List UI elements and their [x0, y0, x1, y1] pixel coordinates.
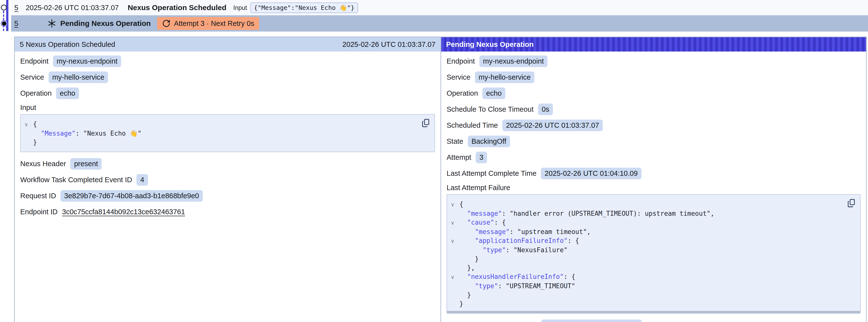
field-nexus-header: Nexus Header present — [20, 158, 435, 170]
code-line: ∨{ — [25, 120, 417, 129]
field-value-badge: present — [70, 158, 102, 170]
code-line: ∨ "applicationFailureInfo": { — [451, 236, 843, 246]
event-row-pending[interactable]: 5 Pending Nexus Operation Attempt 3 · Ne… — [11, 15, 868, 32]
code-line: ∨ "nexusHandlerFailureInfo": { — [451, 272, 843, 282]
input-section-label: Input — [20, 103, 435, 112]
retry-badge-label: Attempt 3 · Next Retry 0s — [174, 20, 254, 28]
collapse-chevron-icon[interactable]: ∨ — [451, 273, 459, 282]
scheduled-panel-header: 5 Nexus Operation Scheduled 2025-02-26 U… — [15, 37, 440, 52]
field-label: Endpoint ID — [20, 208, 58, 216]
pending-title: Pending Nexus Operation — [60, 19, 151, 28]
failure-section-label: Last Attempt Failure — [446, 184, 861, 192]
pending-asterisk-icon — [48, 19, 56, 28]
field-value-badge: my-nexus-endpoint — [479, 56, 548, 67]
field-value-badge: 4 — [136, 174, 148, 186]
panel-pending-nexus-operation: Pending Nexus Operation Endpoint my-nexu… — [440, 37, 866, 322]
copy-icon — [421, 118, 431, 128]
field-label: Operation — [446, 89, 478, 97]
event-timestamp: 2025-02-26 UTC 01:03:37.07 — [26, 4, 119, 12]
pending-panel-title: Pending Nexus Operation — [446, 40, 534, 49]
copy-button[interactable] — [421, 118, 431, 128]
field-value-badge: 2025-02-26 UTC 01:04:10.09 — [541, 168, 641, 179]
code-line: ∨ "cause": { — [451, 218, 843, 227]
scheduled-panel-timestamp: 2025-02-26 UTC 01:03:37.07 — [342, 40, 435, 49]
timeline-filled-circle-icon[interactable] — [0, 20, 8, 27]
field-endpoint: Endpoint my-nexus-endpoint — [446, 56, 861, 67]
code-line: "type": "NexusFailure" — [451, 246, 843, 254]
field-value-badge: 3 — [476, 152, 487, 163]
code-line: "message": "handler error (UPSTREAM_TIME… — [451, 209, 843, 218]
event-detail-panels: 5 Nexus Operation Scheduled 2025-02-26 U… — [14, 36, 867, 322]
field-label: Endpoint — [446, 57, 475, 65]
code-line: ∨{ — [451, 200, 843, 209]
field-request-id: Request ID 3e829b7e-7d67-4b08-aad3-b1e86… — [20, 190, 435, 202]
event-timeline — [0, 0, 11, 32]
field-label: Attempt — [446, 153, 471, 161]
pending-id-link[interactable]: 5 — [14, 20, 18, 28]
event-input-label: Input — [234, 4, 247, 11]
field-label: Scheduled Time — [446, 121, 498, 129]
collapse-chevron-icon[interactable]: ∨ — [451, 200, 459, 209]
field-value-badge: echo — [56, 88, 79, 99]
field-scheduled-time: Scheduled Time 2025-02-26 UTC 01:03:37.0… — [446, 120, 861, 131]
pending-panel-header: Pending Nexus Operation — [441, 37, 866, 52]
field-value-badge: 0s — [538, 103, 553, 115]
code-line: } — [451, 290, 843, 299]
field-label: Service — [20, 73, 44, 82]
field-operation: Operation echo — [20, 88, 435, 99]
collapse-chevron-icon[interactable]: ∨ — [451, 237, 459, 246]
event-row-scheduled[interactable]: 5 2025-02-26 UTC 01:03:37.07 Nexus Opera… — [11, 0, 868, 15]
field-label: Schedule To Close Timeout — [446, 105, 534, 114]
field-value-badge: echo — [483, 88, 505, 99]
code-line: } — [451, 254, 843, 263]
copy-icon — [847, 198, 856, 208]
collapse-chevron-icon[interactable]: ∨ — [25, 120, 33, 129]
field-value-badge: 2025-02-26 UTC 01:03:37.07 — [502, 120, 603, 131]
field-endpoint: Endpoint my-nexus-endpoint — [20, 56, 435, 67]
input-json-block: ∨{ "Message": "Nexus Echo 👋"} — [20, 114, 435, 152]
field-endpoint-id: Endpoint ID 3c0c75ccfa8144b092c13ce63246… — [20, 206, 435, 218]
failure-json-block: ∨{ "message": "handler error (UPSTREAM_T… — [446, 194, 861, 314]
field-label: Nexus Header — [20, 160, 66, 168]
code-line: } — [25, 138, 417, 147]
code-line: "Message": "Nexus Echo 👋" — [25, 129, 417, 138]
event-title: Nexus Operation Scheduled — [128, 3, 226, 12]
field-value-badge: my-hello-service — [49, 71, 108, 83]
field-next-attempt-schedule-time: Next Attempt Schedule Time 2025-02-26 UT… — [446, 320, 861, 322]
field-value-badge: my-hello-service — [475, 71, 534, 83]
field-service: Service my-hello-service — [446, 71, 861, 83]
endpoint-id-link[interactable]: 3c0c75ccfa8144b092c13ce632463761 — [62, 208, 185, 216]
field-label: Workflow Task Completed Event ID — [20, 176, 132, 184]
field-label: Last Attempt Complete Time — [446, 169, 536, 178]
field-label: Operation — [20, 89, 52, 97]
field-operation: Operation echo — [446, 88, 861, 99]
field-value-badge: my-nexus-endpoint — [53, 56, 121, 67]
field-schedule-to-close-timeout: Schedule To Close Timeout 0s — [446, 103, 861, 115]
code-line: "message": "upstream timeout", — [451, 227, 843, 236]
field-attempt: Attempt 3 — [446, 152, 861, 163]
code-line: "type": "UPSTREAM_TIMEOUT" — [451, 282, 843, 290]
panel-nexus-operation-scheduled: 5 Nexus Operation Scheduled 2025-02-26 U… — [15, 37, 440, 322]
field-label: Endpoint — [20, 57, 49, 65]
field-label: State — [446, 137, 463, 146]
field-workflow-task-completed-event-id: Workflow Task Completed Event ID 4 — [20, 174, 435, 186]
field-state: State BackingOff — [446, 136, 861, 147]
field-last-attempt-complete-time: Last Attempt Complete Time 2025-02-26 UT… — [446, 168, 861, 179]
retry-icon — [162, 19, 170, 28]
event-id-link[interactable]: 5 — [14, 4, 18, 12]
scheduled-panel-title: 5 Nexus Operation Scheduled — [20, 40, 115, 49]
code-line: }, — [451, 263, 843, 272]
field-service: Service my-hello-service — [20, 71, 435, 83]
timeline-open-circle-icon[interactable] — [0, 4, 7, 11]
field-label: Service — [446, 73, 470, 82]
copy-button[interactable] — [847, 198, 856, 208]
collapse-chevron-icon[interactable]: ∨ — [451, 219, 459, 227]
field-label: Request ID — [20, 192, 56, 200]
event-input-chip: {"Message":"Nexus Echo 👋"} — [250, 2, 358, 13]
code-line: } — [451, 299, 843, 308]
field-value-badge: BackingOff — [468, 136, 510, 147]
field-value-badge: 3e829b7e-7d67-4b08-aad3-b1e868bfe9e0 — [60, 190, 203, 202]
field-value-badge: 2025-02-26 UTC 01:04:13.93 — [541, 320, 642, 322]
retry-attempt-badge: Attempt 3 · Next Retry 0s — [157, 17, 259, 30]
horizontal-scrollbar[interactable] — [447, 311, 860, 313]
